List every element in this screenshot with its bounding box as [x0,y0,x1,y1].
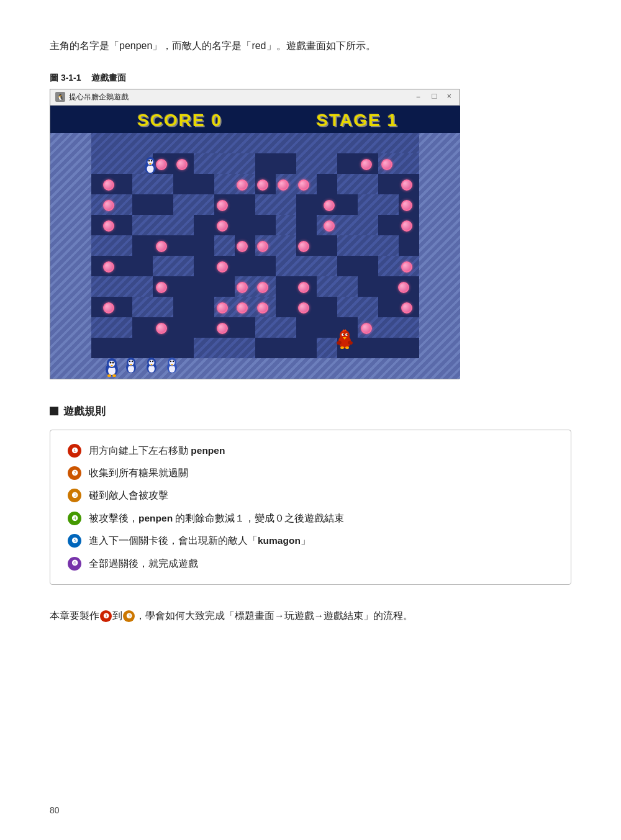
candy-item [217,220,228,232]
candy-item [237,282,248,293]
left-border-tiles [50,133,91,379]
window-title: 提心吊膽企鵝遊戲 [69,92,129,102]
candy-item [103,220,114,232]
game-window: 🐧 提心吊膽企鵝遊戲 － □ × SCORE 0 STAGE 1 [50,89,460,379]
r7-wall1 [153,256,194,276]
svg-point-42 [345,346,349,349]
candy-item [237,241,248,252]
r11-wall2 [317,338,337,358]
enemy-red [336,329,353,349]
candy-item [298,179,309,191]
r6-wall1 [91,235,132,256]
svg-marker-40 [344,329,347,331]
candy-item [381,159,392,170]
rule-item-3: ❸ 碰到敵人會被攻擊 [68,487,553,504]
candy-item [257,302,268,314]
window-icon: 🐧 [55,92,65,102]
rule-text-4: 被攻擊後，penpen 的剩餘命數減１，變成０之後遊戲結束 [89,510,344,526]
candy-item [401,200,412,211]
candy-item [103,261,114,273]
candy-item [257,179,268,191]
candy-item [156,282,167,293]
svg-point-21 [152,361,153,362]
rule-text-6: 全部過關後，就完成遊戲 [89,556,198,572]
game-canvas: SCORE 0 STAGE 1 [50,106,460,379]
rule-text-5: 進入下一個關卡後，會出現新的敵人「kumagon」 [89,533,310,549]
candy-item [361,159,372,170]
penpen-sprite-3 [144,357,159,377]
r5-wall1 [132,215,194,235]
rule-num-6: ❻ [68,557,81,571]
rule-num-2: ❷ [68,466,81,480]
svg-point-13 [129,361,130,362]
candy-item [217,302,228,314]
candy-item [156,241,167,252]
candy-item [217,200,228,211]
candy-item [278,179,289,191]
r7-wall2 [276,256,337,276]
player-penpen [103,357,120,377]
candy-item [398,282,409,293]
candy-item [176,159,188,170]
candy-item [324,220,335,232]
r10-wall2 [255,317,296,338]
r9-wall1 [132,297,173,317]
rule-num-3: ❸ [68,489,81,502]
game-window-wrapper: 🐧 提心吊膽企鵝遊戲 － □ × SCORE 0 STAGE 1 [50,89,571,379]
circled-num-1: ❶ [100,610,112,622]
titlebar-controls[interactable]: － □ × [412,91,454,102]
minimize-button[interactable]: － [412,91,425,102]
candy-item [217,323,228,334]
rule-item-6: ❻ 全部過關後，就完成遊戲 [68,556,553,572]
penpen-sprite-2 [124,357,138,377]
svg-point-28 [173,361,174,362]
r3-wall4 [337,174,378,194]
candy-item [298,302,309,314]
r5-wall2 [276,215,296,235]
row11-floor [91,338,419,358]
stage-display: STAGE 1 [316,111,398,130]
figure-label: 圖 3-1-1 遊戲畫面 [50,73,571,84]
candy-item [237,302,248,314]
r8-wall1 [91,276,153,297]
page-number: 80 [50,805,60,815]
close-button[interactable]: × [444,91,454,102]
section-heading: 遊戲規則 [50,404,571,418]
row1-wall [91,133,419,153]
circled-num-3: ❸ [123,610,135,622]
rule-item-2: ❷ 收集到所有糖果就過關 [68,465,553,481]
r4-wall4 [358,194,399,215]
rule-text-1: 用方向鍵上下左右移動 penpen [89,443,225,459]
candy-item [103,200,114,211]
candy-item [237,179,248,191]
heading-square-icon [50,407,58,415]
rule-num-4: ❹ [68,512,81,525]
score-display: SCORE 0 [137,111,222,130]
bottom-text: 本章要製作❶到❸，學會如何大致完成「標題畫面→玩遊戲→遊戲結束」的流程。 [50,607,571,625]
candy-item [401,220,412,232]
svg-point-47 [148,160,150,161]
svg-marker-39 [342,329,345,332]
candy-item [103,302,114,314]
r3-wall2 [214,174,255,194]
svg-point-20 [150,361,151,362]
intro-text: 主角的名字是「penpen」，而敵人的名字是「red」。遊戲畫面如下所示。 [50,37,571,55]
rule-text-2: 收集到所有糖果就過關 [89,465,188,481]
candy-item [298,241,309,252]
titlebar-left: 🐧 提心吊膽企鵝遊戲 [55,92,129,102]
r6-wall2 [214,235,235,256]
candy-item [156,323,167,334]
rule-item-4: ❹ 被攻擊後，penpen 的剩餘命數減１，變成０之後遊戲結束 [68,510,553,526]
candy-item [257,282,268,293]
figure-number: 圖 3-1-1 [50,73,81,84]
rule-text-3: 碰到敵人會被攻擊 [89,487,168,504]
rule-num-1: ❶ [68,444,81,458]
r10-wall1 [91,317,132,338]
r4-wall3 [255,194,296,215]
penpen-sprite-4 [165,357,179,377]
restore-button[interactable]: □ [430,91,440,102]
svg-point-4 [110,361,112,363]
figure-title: 遊戲畫面 [91,73,126,84]
r4-wall2 [173,194,214,215]
candy-item [401,261,412,273]
